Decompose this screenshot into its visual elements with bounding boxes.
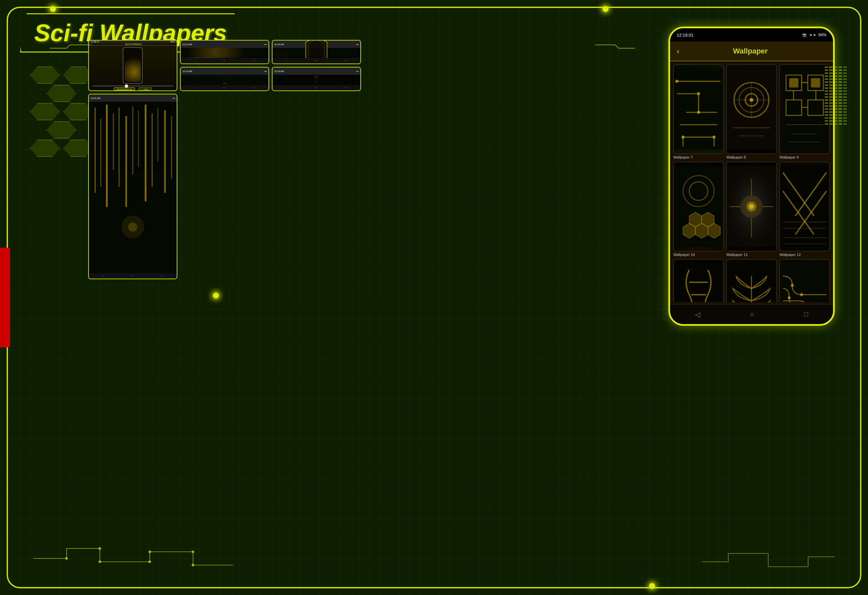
mini-phone-screen: [125, 49, 141, 82]
svg-rect-70: [164, 110, 166, 193]
svg-point-85: [697, 111, 700, 114]
screenshot-streaks[interactable]: 10:19 AM ▪▪▪: [272, 67, 361, 91]
wallpaper-item-14[interactable]: Wallpaper 14: [726, 259, 776, 302]
wallpaper-item-10[interactable]: Wallpaper 10: [673, 162, 723, 256]
glow-dot-tr: [602, 6, 608, 12]
svg-point-87: [713, 135, 716, 138]
glow-dot-br: [649, 583, 655, 589]
svg-point-170: [192, 564, 194, 566]
svg-rect-66: [138, 110, 139, 167]
svg-rect-62: [113, 113, 114, 170]
wallpaper-label-11: Wallpaper 11: [726, 253, 776, 256]
wallpaper-item-13[interactable]: Wallpaper 13: [673, 259, 723, 302]
svg-point-149: [787, 296, 790, 299]
svg-point-166: [99, 560, 101, 563]
wallpaper-item-8[interactable]: Wallpaper 8: [726, 65, 776, 159]
phone-app-header: ‹ Wallpaper: [670, 41, 833, 61]
svg-point-169: [192, 551, 194, 553]
svg-line-179: [66, 45, 70, 48]
wallpaper-thumb-7: [673, 65, 723, 154]
phone-mockup: 12:19:01 📸 ✖ ✖ 94% ‹ Wallpaper: [669, 27, 835, 326]
svg-point-13: [224, 53, 225, 53]
screenshot-dots[interactable]: 10:22 AM ▪▪▪: [180, 40, 269, 64]
svg-rect-61: [106, 105, 108, 207]
mini-phone: [123, 47, 143, 84]
ss1-brightness-slider[interactable]: [89, 85, 177, 87]
wallpaper-label-8: Wallpaper 8: [726, 155, 776, 159]
wallpaper-item-15[interactable]: Wallpaper 15: [779, 259, 830, 302]
glow-dot-tl: [50, 6, 56, 12]
ss5-nav: ▪⊙◁: [273, 85, 360, 90]
back-button[interactable]: ‹: [677, 47, 679, 56]
svg-rect-59: [94, 108, 96, 193]
svg-point-165: [99, 547, 101, 550]
svg-rect-106: [789, 78, 799, 87]
svg-line-182: [615, 45, 619, 48]
svg-point-30: [223, 83, 224, 83]
svg-rect-36: [224, 83, 225, 84]
ss1-buttons: Reset Brightness ✓ Apply: [89, 87, 177, 91]
svg-rect-97: [780, 69, 830, 150]
svg-point-73: [128, 222, 137, 231]
nav-home-button[interactable]: ○: [750, 311, 754, 318]
screenshots-grid: 11:58:27 85% ◁ Apply Wallpaper Reset Bri…: [88, 40, 361, 279]
right-bars-decoration: [825, 66, 855, 125]
svg-rect-34: [224, 84, 224, 84]
svg-rect-40: [227, 84, 227, 84]
phone-time: 12:19:01: [677, 32, 694, 38]
wallpaper-item-7[interactable]: Wallpaper 7: [673, 65, 723, 159]
ss2-nav: ▪⊙◁: [181, 58, 269, 63]
svg-point-84: [697, 92, 700, 95]
svg-point-86: [681, 135, 684, 138]
glow-dot-ml: [213, 293, 219, 299]
wallpaper-thumb-9: [779, 65, 830, 154]
svg-marker-58: [315, 82, 316, 84]
screenshot-circuit-big[interactable]: 10:19 AM ▪▪▪: [180, 67, 269, 91]
apply-button[interactable]: ✓ Apply: [139, 87, 151, 90]
wallpaper-item-12[interactable]: Wallpaper 12: [779, 162, 830, 256]
wallpaper-label-10: Wallpaper 10: [673, 253, 723, 256]
svg-rect-39: [226, 83, 226, 84]
wallpaper-label-12: Wallpaper 12: [779, 253, 830, 256]
nav-back-button[interactable]: ◁: [695, 311, 700, 318]
svg-point-164: [65, 557, 68, 560]
svg-rect-68: [152, 113, 153, 187]
ss1-phone-preview: [89, 46, 177, 85]
svg-point-147: [790, 284, 793, 287]
nav-recents-button[interactable]: □: [804, 311, 808, 318]
screenshot-apply[interactable]: 11:58:27 85% ◁ Apply Wallpaper Reset Bri…: [88, 40, 177, 91]
ss4-nav: ▪⊙◁: [181, 85, 269, 90]
ss3-nav: ▪⊙◁: [273, 58, 360, 63]
ss1-apply-bar: ◁ Apply Wallpaper: [89, 43, 177, 46]
title-deco-lines-right: [595, 43, 635, 53]
wallpaper-item-11[interactable]: Wallpaper 11: [726, 162, 776, 256]
screenshot-shield[interactable]: 10:19 AM ▪▪▪ 011001100101001100101001100…: [272, 40, 361, 64]
svg-rect-60: [100, 119, 101, 187]
svg-rect-65: [132, 106, 133, 175]
svg-point-167: [148, 560, 151, 563]
svg-rect-37: [225, 83, 226, 84]
svg-rect-67: [145, 105, 146, 202]
ss1-header: 11:58:27 85%: [89, 41, 177, 43]
wallpaper-thumb-10: [673, 162, 723, 251]
screenshot-streaks2[interactable]: 10:20 AM ▪▪▪: [88, 94, 177, 279]
bottom-circuit-decoration: [33, 542, 233, 575]
svg-point-123: [749, 204, 754, 209]
title-deco-lines: [50, 43, 90, 53]
svg-rect-35: [224, 83, 224, 84]
svg-rect-63: [118, 108, 120, 187]
bottom-right-circuit: [702, 548, 835, 575]
svg-point-55: [315, 81, 316, 82]
svg-point-56: [317, 81, 317, 82]
wallpaper-thumb-13: [673, 259, 723, 302]
svg-point-24: [223, 77, 223, 77]
wallpaper-grid: Wallpaper 7: [670, 61, 833, 302]
reset-brightness-button[interactable]: Reset Brightness: [114, 87, 135, 90]
svg-rect-32: [223, 84, 223, 84]
phone-battery: 94%: [818, 32, 827, 37]
wallpaper-label-7: Wallpaper 7: [673, 155, 723, 159]
svg-point-26: [224, 78, 225, 79]
wallpaper-item-9[interactable]: Wallpaper 9: [779, 65, 830, 159]
wallpaper-label-9: Wallpaper 9: [779, 155, 830, 159]
phone-content: ‹ Wallpaper: [670, 41, 833, 304]
